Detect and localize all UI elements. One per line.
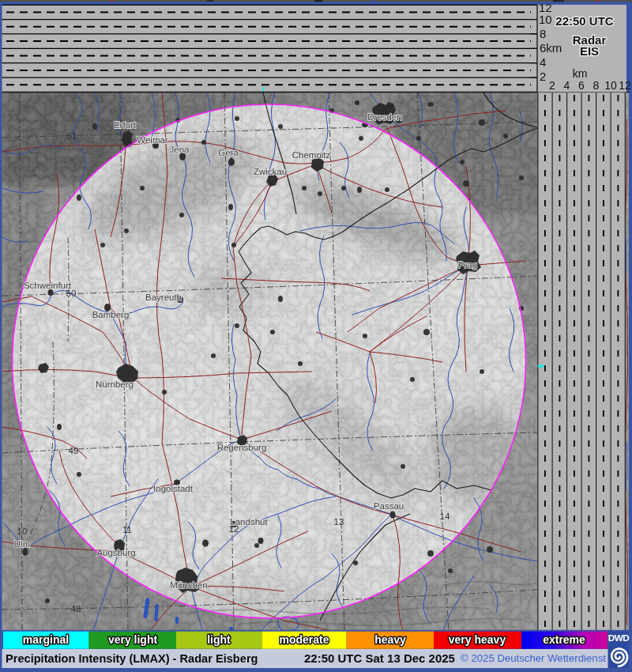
svg-text:51: 51: [67, 131, 77, 141]
svg-text:10: 10: [17, 527, 28, 536]
svg-text:Weimar: Weimar: [137, 135, 168, 145]
svg-text:Nürnberg: Nürnberg: [96, 379, 134, 389]
svg-text:12: 12: [229, 524, 239, 534]
svg-text:11: 11: [122, 525, 132, 534]
svg-text:6: 6: [578, 79, 585, 92]
svg-text:Gera: Gera: [218, 148, 239, 157]
svg-text:Erfurt: Erfurt: [114, 120, 137, 130]
svg-text:marginal: marginal: [23, 633, 69, 646]
svg-text:22:50 UTC Sat 13 Dec 2025: 22:50 UTC Sat 13 Dec 2025: [304, 651, 455, 665]
svg-text:DWD: DWD: [608, 632, 630, 644]
svg-text:light: light: [207, 633, 231, 646]
svg-text:Chemnitz: Chemnitz: [292, 150, 331, 160]
svg-text:heavy: heavy: [374, 633, 406, 646]
svg-text:22:50 UTC: 22:50 UTC: [555, 14, 614, 28]
svg-text:4: 4: [564, 79, 570, 92]
svg-text:extreme: extreme: [543, 633, 585, 646]
svg-text:© 2025 Deutscher Wetterdienst: © 2025 Deutscher Wetterdienst: [461, 652, 606, 664]
svg-text:4: 4: [540, 55, 546, 69]
svg-text:49: 49: [69, 446, 79, 455]
svg-text:very light: very light: [108, 633, 158, 646]
svg-text:50: 50: [66, 289, 77, 298]
svg-text:Bamberg: Bamberg: [92, 310, 130, 319]
svg-text:2: 2: [540, 70, 546, 83]
svg-text:km: km: [573, 67, 588, 80]
svg-text:München: München: [170, 580, 207, 590]
svg-text:8: 8: [540, 27, 546, 40]
svg-text:8: 8: [593, 79, 600, 92]
svg-text:10: 10: [604, 79, 617, 92]
svg-text:10: 10: [539, 13, 552, 26]
svg-text:Jena: Jena: [170, 145, 190, 154]
svg-text:Bayreuth: Bayreuth: [145, 293, 182, 302]
svg-text:Regensburg: Regensburg: [217, 443, 267, 452]
svg-text:48: 48: [71, 604, 81, 613]
svg-text:Passau: Passau: [374, 501, 404, 511]
svg-text:13: 13: [334, 517, 344, 527]
svg-text:Ingolstadt: Ingolstadt: [153, 484, 194, 493]
svg-text:EIS: EIS: [580, 44, 599, 58]
svg-text:very heavy: very heavy: [449, 633, 506, 646]
svg-text:12: 12: [619, 79, 631, 92]
svg-text:2: 2: [549, 79, 555, 92]
svg-text:moderate: moderate: [279, 633, 329, 646]
svg-text:Schweinfurt: Schweinfurt: [24, 281, 72, 290]
svg-text:6km: 6km: [540, 41, 562, 55]
svg-text:Dresden: Dresden: [367, 112, 401, 122]
svg-text:Augsburg: Augsburg: [96, 548, 135, 557]
svg-text:Ulm: Ulm: [14, 539, 30, 549]
svg-text:Precipitation Intensity (LMAX): Precipitation Intensity (LMAX) - Radar E…: [6, 652, 258, 665]
svg-text:14: 14: [440, 512, 450, 521]
svg-text:Zwickau: Zwickau: [254, 167, 287, 176]
svg-text:Prag: Prag: [458, 260, 477, 270]
